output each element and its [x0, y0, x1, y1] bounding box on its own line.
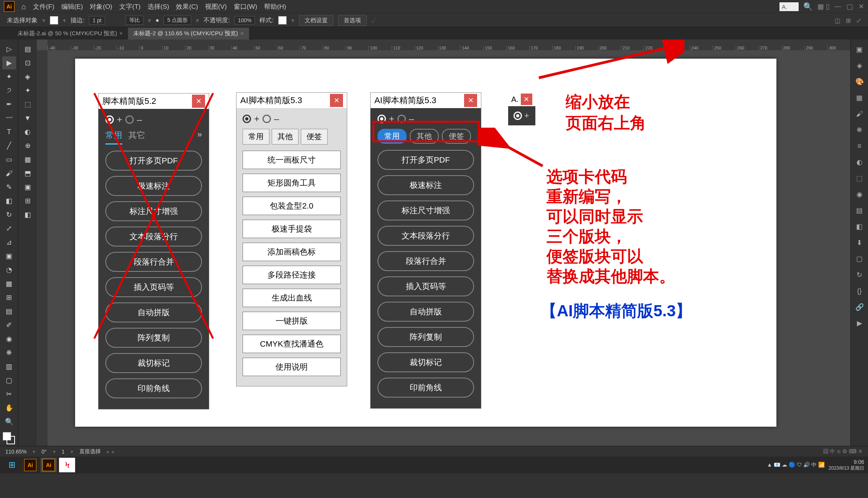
plugin-tool-11[interactable]: ▣ [21, 181, 34, 194]
stroke-weight[interactable]: 1 pt [89, 16, 105, 25]
task-ai-2[interactable]: Ai [41, 458, 57, 472]
canvas[interactable]: -40-30-20-100102030405060708090100110120… [37, 39, 850, 446]
brush-tool[interactable]: 🖌 [2, 167, 16, 180]
task-app[interactable]: Ϟ [59, 458, 75, 472]
color-icon[interactable]: 🎨 [853, 76, 866, 88]
tray-icons[interactable]: ▲ 📧 ☁ 🔵 🛡 🔊 中 📶 [767, 462, 825, 468]
script-button[interactable]: 一键拼版 [243, 312, 341, 330]
shaper-tool[interactable]: ✎ [2, 181, 16, 194]
close-button[interactable]: ✕ [330, 94, 343, 107]
doc-tab-1[interactable]: 未标题-2.ai @ 50 % (CMYK/CPU 预览)× [12, 28, 128, 39]
snap-icon[interactable]: ◫ [835, 17, 840, 24]
properties-icon[interactable]: ▣ [853, 43, 866, 56]
zoom-level[interactable]: 110.65% [5, 449, 26, 455]
pen-tool[interactable]: ✒ [2, 98, 16, 111]
reflow-icon[interactable]: ↻ [853, 269, 866, 281]
plugin-tool-7[interactable]: ◐ [21, 125, 34, 138]
stroke-color[interactable] [7, 436, 15, 444]
line-tool[interactable]: ╱ [2, 139, 16, 152]
menu-object[interactable]: 对象(O) [90, 2, 112, 11]
script-button[interactable]: 极速标注 [377, 175, 474, 195]
search-input[interactable]: A. [779, 2, 799, 11]
plugin-tool-12[interactable]: ⊞ [21, 194, 34, 207]
script-button[interactable]: 标注尺寸增强 [377, 201, 474, 220]
perspective-tool[interactable]: ▦ [2, 277, 16, 290]
play-icon[interactable]: ▶ [853, 317, 866, 329]
script-button[interactable]: 使用说明 [243, 358, 341, 376]
script-button[interactable]: 裁切标记 [377, 352, 474, 372]
menu-effect[interactable]: 效果(C) [176, 2, 198, 11]
plugin-tool-2[interactable]: ⊡ [21, 56, 34, 69]
script-button[interactable]: 插入页码等 [377, 276, 474, 296]
blend-tool[interactable]: ◉ [2, 332, 16, 345]
script-button[interactable]: 打开多页PDF [377, 150, 474, 170]
script-button[interactable]: 添加画稿色标 [243, 243, 341, 261]
menu-file[interactable]: 文件(F) [33, 2, 54, 11]
style-swatch[interactable] [278, 16, 287, 25]
radio-off[interactable] [125, 115, 134, 124]
start-button[interactable]: ⊞ [4, 458, 20, 472]
minimize-icon[interactable]: — [834, 2, 841, 11]
ime-icon[interactable]: 囧 中 ⊙ ⚙ ⌨ ✕ [823, 448, 863, 455]
script-button[interactable]: 极速标注 [105, 176, 202, 196]
slice-tool[interactable]: ✂ [2, 388, 16, 401]
lasso-tool[interactable]: ੭ [2, 84, 16, 97]
script-button[interactable]: 统一画板尺寸 [243, 151, 341, 169]
pin-icon[interactable]: ☄ [371, 17, 377, 24]
symbols-icon[interactable]: ❋ [853, 124, 866, 136]
home-icon[interactable]: ⌂ [21, 2, 26, 11]
script-button[interactable]: 多段路径连接 [243, 266, 341, 284]
script-button[interactable]: 段落行合并 [377, 251, 474, 271]
free-transform-tool[interactable]: ▣ [2, 250, 16, 263]
maximize-icon[interactable]: ▢ [847, 2, 853, 11]
transparency-icon[interactable]: ⬚ [853, 172, 866, 184]
script-button[interactable]: 打开多页PDF [105, 151, 202, 171]
shape-builder-tool[interactable]: ◔ [2, 263, 16, 276]
brush-select[interactable]: 5 点圆形 [164, 16, 191, 25]
width-tool[interactable]: ⊿ [2, 236, 16, 249]
layers-icon[interactable]: ◧ [853, 220, 866, 233]
hand-tool[interactable]: ✋ [2, 401, 16, 414]
zoom-tool[interactable]: 🔍 [2, 415, 16, 428]
close-button[interactable]: ✕ [521, 94, 532, 105]
libraries-icon[interactable]: ◈ [853, 59, 866, 72]
script-button[interactable]: 极速手提袋 [243, 220, 341, 238]
script-button[interactable]: 印前角线 [377, 378, 474, 398]
plugin-tool-9[interactable]: ▦ [21, 153, 34, 166]
artboard-nav[interactable]: 1 [62, 449, 65, 455]
plugin-tool-10[interactable]: ⬒ [21, 167, 34, 180]
direct-select-tool[interactable]: ▶ [2, 56, 16, 69]
opacity-input[interactable]: 100% [235, 16, 255, 25]
tab-common[interactable]: 常用 [105, 130, 122, 145]
graph-tool[interactable]: ▥ [2, 360, 16, 373]
grid-icon[interactable]: ⊞ [846, 17, 851, 24]
eyedropper-tool[interactable]: ✐ [2, 319, 16, 332]
chevron-right-icon[interactable]: » [197, 130, 202, 145]
script-button[interactable]: 生成出血线 [243, 289, 341, 307]
radio-on[interactable] [243, 115, 251, 123]
doc-setup-button[interactable]: 文档设置 [299, 15, 333, 26]
script-button[interactable]: 矩形圆角工具 [243, 174, 341, 192]
graphic-styles-icon[interactable]: ▤ [853, 204, 866, 217]
rotate-tool[interactable]: ↻ [2, 208, 16, 221]
expand-icon[interactable]: ⤢ [856, 17, 861, 24]
symbol-tool[interactable]: ❋ [2, 346, 16, 359]
script-button[interactable]: 文本段落分行 [105, 227, 202, 247]
selection-tool[interactable]: ▷ [2, 43, 16, 56]
menu-select[interactable]: 选择(S) [148, 2, 169, 11]
script-button[interactable]: 段落行合并 [105, 252, 202, 272]
plugin-tool-13[interactable]: ◧ [21, 208, 34, 221]
script-button[interactable]: 阵列复制 [105, 328, 202, 348]
plugin-tool-3[interactable]: ◈ [21, 70, 34, 83]
plugin-tool-6[interactable]: ▼ [21, 112, 34, 125]
tab-other[interactable]: 其它 [128, 130, 145, 145]
radio-on[interactable] [514, 112, 522, 120]
curvature-tool[interactable]: 〰 [2, 112, 16, 125]
brushes-icon[interactable]: 🖌 [853, 108, 866, 120]
plugin-tool-8[interactable]: ⊕ [21, 139, 34, 152]
task-ai-1[interactable]: Ai [22, 458, 38, 472]
plugin-tool-1[interactable]: ▤ [21, 43, 34, 56]
menu-window[interactable]: 窗口(W) [234, 2, 257, 11]
uniform-select[interactable]: 等比 [126, 16, 143, 25]
doc-tab-2[interactable]: 未标题-2 @ 110.65 % (CMYK/CPU 预览)× [128, 28, 249, 39]
